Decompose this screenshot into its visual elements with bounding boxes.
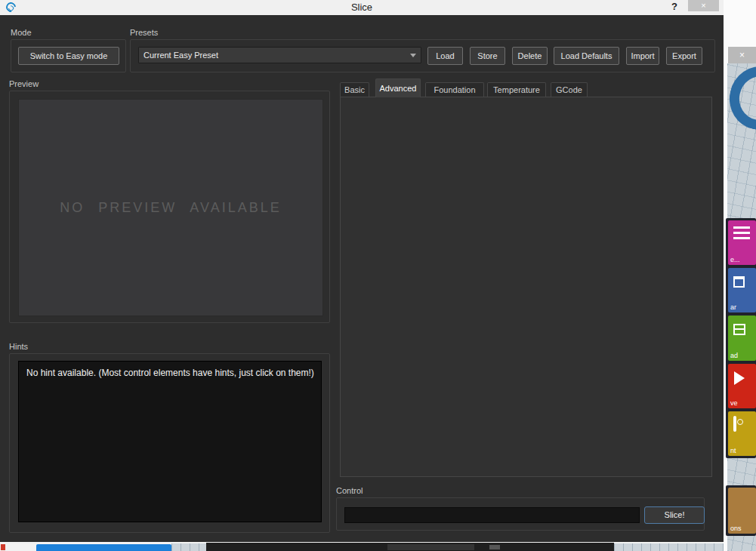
hints-area: No hint available. (Most control element… [18, 361, 322, 522]
slice-progress-bar [344, 507, 640, 523]
dialog-titlebar[interactable]: Slice ? × [0, 0, 724, 15]
bottom-panel-button-small[interactable] [489, 545, 500, 549]
play-icon [734, 371, 745, 385]
dialog-title: Slice [0, 2, 724, 13]
preview-area: NO PREVIEW AVAILABLE [18, 99, 323, 316]
save-tool-button[interactable]: ve [728, 364, 756, 408]
options-tool-button[interactable]: ons [728, 488, 756, 534]
export-preset-button[interactable]: Export [666, 47, 702, 65]
slice-dialog: Slice ? × Mode Switch to Easy mode Prese… [0, 0, 724, 542]
bottom-viewport-sliver-right [614, 543, 724, 551]
presets-group-title: Presets [130, 28, 158, 37]
load-box-icon [733, 324, 745, 335]
mode-group-title: Mode [11, 28, 32, 37]
background-toolbar-options: ons [726, 485, 756, 536]
tab-temperature[interactable]: Temperature [487, 82, 546, 97]
preset-select-value: Current Easy Preset [143, 51, 218, 60]
no-preview-text: NO PREVIEW AVAILABLE [60, 200, 281, 216]
slice-tool-button[interactable]: e... [728, 220, 756, 265]
bottom-blue-button[interactable] [36, 544, 171, 551]
bottom-dark-panel [206, 543, 614, 551]
load-preset-button[interactable]: Load [427, 47, 463, 65]
slice-layers-icon [733, 226, 750, 241]
tab-foundation[interactable]: Foundation [425, 82, 484, 97]
bottom-app-icon [1, 544, 5, 550]
load-tool-label: ad [730, 352, 738, 359]
background-window-right: × e... ar ad ve nt [724, 0, 756, 551]
switch-easy-mode-button[interactable]: Switch to Easy mode [18, 47, 119, 65]
clear-tool-button[interactable]: ar [728, 268, 756, 312]
background-close-button[interactable]: × [728, 47, 756, 63]
bottom-panel-button[interactable] [387, 544, 474, 550]
chevron-down-icon [410, 54, 416, 57]
save-tool-label: ve [730, 399, 738, 407]
slice-tool-label: e... [730, 256, 740, 263]
clear-tool-label: ar [730, 303, 736, 311]
tab-advanced[interactable]: Advanced [375, 78, 421, 97]
slice-button[interactable]: Slice! [644, 506, 705, 524]
screen: × e... ar ad ve nt [0, 0, 756, 551]
options-tool-label: ons [730, 525, 742, 532]
print-icon [733, 416, 736, 432]
help-button[interactable]: ? [671, 1, 677, 12]
trash-icon [733, 276, 745, 288]
preview-group-title: Preview [9, 79, 39, 88]
background-toolbar: e... ar ad ve nt [726, 218, 756, 458]
delete-preset-button[interactable]: Delete [512, 47, 548, 65]
store-preset-button[interactable]: Store [470, 47, 505, 65]
tab-basic[interactable]: Basic [340, 82, 369, 97]
preset-select[interactable]: Current Easy Preset [138, 47, 421, 63]
craftware-logo-watermark-icon [727, 63, 756, 135]
load-defaults-button[interactable]: Load Defaults [554, 47, 619, 65]
hint-text: No hint available. (Most control element… [26, 368, 314, 378]
tab-gcode[interactable]: GCode [551, 82, 588, 97]
print-tool-label: nt [730, 447, 736, 454]
hints-group-title: Hints [9, 342, 28, 351]
close-button[interactable]: × [688, 0, 719, 11]
control-group-title: Control [336, 486, 363, 495]
print-tool-button[interactable]: nt [728, 411, 756, 456]
import-preset-button[interactable]: Import [626, 47, 659, 65]
load-tool-button[interactable]: ad [728, 316, 756, 360]
advanced-tab-pane [340, 97, 712, 477]
bottom-viewport-sliver [171, 543, 206, 551]
background-window-bottom [0, 542, 724, 551]
